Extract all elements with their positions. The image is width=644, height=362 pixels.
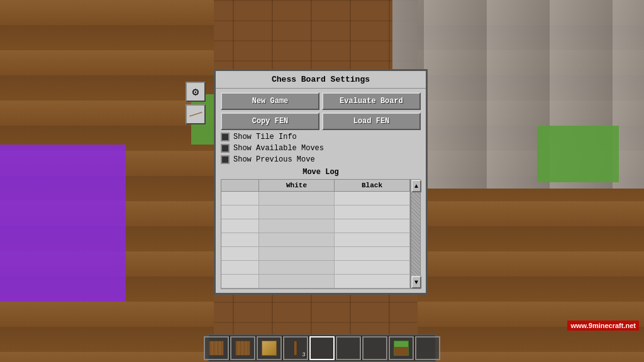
row-black	[335, 192, 410, 205]
stick-icon	[294, 341, 297, 356]
move-log-table: White Black	[221, 179, 411, 289]
move-log-title: Move Log	[221, 168, 421, 177]
hotbar-slot-8[interactable]	[389, 336, 414, 360]
stick-count: 3	[303, 352, 306, 358]
row-num	[221, 219, 259, 233]
stick-icon: ╱	[189, 108, 203, 121]
button-row-2: Copy FEN Load FEN	[221, 112, 421, 130]
row-white	[259, 247, 335, 260]
wood-icon-2	[235, 341, 250, 356]
show-available-moves-label: Show Available Moves	[233, 144, 324, 153]
show-tile-info-checkbox[interactable]	[221, 133, 230, 141]
col-white: White	[259, 180, 335, 191]
row-white	[259, 233, 335, 246]
show-previous-move-label: Show Previous Move	[233, 155, 315, 164]
hotbar-slot-9[interactable]	[415, 336, 440, 360]
row-num	[221, 192, 259, 205]
copy-fen-button[interactable]: Copy FEN	[221, 112, 319, 130]
hotbar-slot-4[interactable]: 3	[283, 336, 308, 360]
table-row	[221, 247, 410, 261]
table-row	[221, 275, 410, 288]
row-black	[335, 261, 410, 274]
table-row	[221, 206, 410, 219]
row-black	[335, 275, 410, 288]
row-white	[259, 192, 335, 205]
row-black	[335, 219, 410, 233]
table-row	[221, 192, 410, 206]
evaluate-board-button[interactable]: Evaluate Board	[322, 92, 421, 110]
gear-button[interactable]: ⚙	[186, 82, 206, 102]
row-num	[221, 261, 259, 274]
watermark: www.9minecraft.net	[567, 321, 639, 331]
scroll-down-button[interactable]: ▼	[411, 276, 421, 288]
row-white	[259, 275, 335, 288]
table-row	[221, 261, 410, 275]
col-black: Black	[335, 180, 410, 191]
row-num	[221, 275, 259, 288]
show-available-moves-checkbox[interactable]	[221, 144, 230, 153]
wood2-icon	[262, 341, 277, 356]
move-log-container: White Black	[221, 179, 421, 289]
hotbar-slot-3[interactable]	[257, 336, 282, 360]
button-row-1: New Game Evaluate Board	[221, 92, 421, 110]
show-tile-info-row: Show Tile Info	[221, 133, 421, 141]
hotbar: 3	[208, 334, 436, 362]
row-white	[259, 261, 335, 274]
row-num	[221, 233, 259, 246]
move-log-scrollbar: ▲ ▼	[411, 179, 421, 289]
row-black	[335, 247, 410, 260]
scroll-track	[411, 192, 420, 276]
row-num	[221, 247, 259, 260]
gear-icon: ⚙	[192, 85, 199, 99]
chess-settings-dialog: Chess Board Settings New Game Evaluate B…	[214, 69, 428, 295]
col-number	[221, 180, 259, 191]
row-white	[259, 219, 335, 233]
row-num	[221, 206, 259, 219]
show-tile-info-label: Show Tile Info	[233, 133, 297, 141]
show-available-moves-row: Show Available Moves	[221, 144, 421, 153]
dialog-body: New Game Evaluate Board Copy FEN Load FE…	[216, 89, 426, 293]
move-log-header: White Black	[221, 180, 410, 192]
move-log-rows	[221, 192, 410, 288]
row-black	[335, 206, 410, 219]
row-black	[335, 233, 410, 246]
table-row	[221, 233, 410, 247]
show-previous-move-row: Show Previous Move	[221, 155, 421, 164]
hotbar-slot-2[interactable]	[230, 336, 255, 360]
hotbar-slot-6[interactable]	[336, 336, 361, 360]
hotbar-slot-7[interactable]	[362, 336, 387, 360]
show-previous-move-checkbox[interactable]	[221, 155, 230, 164]
hotbar-slot-5-selected[interactable]	[309, 336, 335, 360]
row-white	[259, 206, 335, 219]
new-game-button[interactable]: New Game	[221, 92, 319, 110]
purple-bed	[0, 145, 126, 302]
scroll-up-button[interactable]: ▲	[411, 180, 421, 192]
wood-icon-1	[209, 341, 224, 356]
stick-button[interactable]: ╱	[186, 104, 206, 124]
grass-block-icon	[394, 341, 409, 356]
hotbar-slot-1[interactable]	[204, 336, 229, 360]
table-row	[221, 219, 410, 233]
dialog-title: Chess Board Settings	[216, 71, 426, 89]
load-fen-button[interactable]: Load FEN	[322, 112, 421, 130]
grass-block-2	[537, 126, 619, 182]
sidebar-icons: ⚙ ╱	[186, 82, 206, 124]
